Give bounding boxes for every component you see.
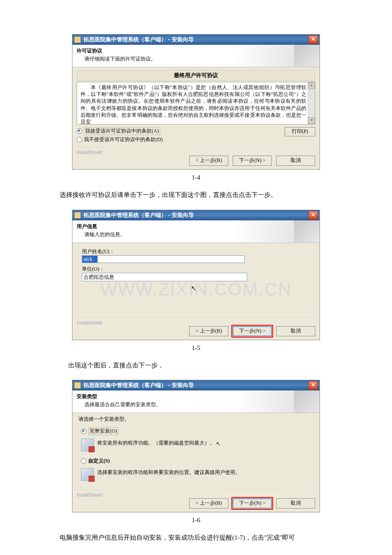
next-button[interactable]: 下一步(N) > [233, 156, 272, 166]
setup-complete-icon [81, 439, 94, 451]
dialog-license: 拓思医院集中管理系统（客户端） - 安装向导 ✕ 许可证协议 请仔细阅读下面的许… [72, 34, 320, 170]
header-title: 许可证协议 [77, 47, 315, 55]
radio-complete[interactable]: 完整安装(O) [81, 427, 314, 435]
radio-accept-label: 我接受该许可证协议中的条款(A) [84, 127, 160, 135]
footer-panel: InstallShield < 上一步(B) 下一步(N) > 取消 [72, 489, 320, 512]
header-graphic [294, 390, 320, 413]
window-title: 拓思医院集中管理系统（客户端） - 安装向导 [84, 211, 308, 219]
titlebar[interactable]: 拓思医院集中管理系统（客户端） - 安装向导 ✕ [72, 210, 320, 220]
cancel-button[interactable]: 取消 [276, 156, 315, 166]
cursor-arrow-icon: ↖ [216, 440, 220, 448]
header-subtitle: 选择最适合自己需要的安装类型。 [77, 401, 315, 408]
complete-label: 完整安装(O) [88, 427, 118, 435]
body-panel: 用户姓名(U)： nick 单位(O)： 合肥拓思信息 ↖ WWW.ZIXIN.… [72, 243, 320, 317]
cursor-arrow-icon: ↖ [191, 284, 196, 292]
app-icon [74, 212, 81, 219]
back-button[interactable]: < 上一步(B) [189, 156, 228, 166]
figure-label-1-5: 1-5 [60, 344, 332, 352]
header-graphic [294, 45, 320, 67]
setup-custom-icon [81, 468, 94, 481]
window-title: 拓思医院集中管理系统（客户端） - 安装向导 [84, 36, 308, 43]
dialog-user-info: 拓思医院集中管理系统（客户端） - 安装向导 ✕ 用户信息 请输入您的信息。 用… [72, 210, 320, 340]
close-icon[interactable]: ✕ [308, 211, 318, 220]
radio-dot-icon [81, 428, 86, 434]
close-icon[interactable]: ✕ [308, 381, 318, 390]
radio-dot-icon [77, 137, 82, 142]
print-button[interactable]: 打印(P) [285, 127, 315, 136]
header-title: 安装类型 [77, 393, 315, 400]
radio-decline[interactable]: 我不接受该许可证协议中的条款(D) [77, 136, 315, 143]
radio-group: 我接受该许可证协议中的条款(A) 我不接受该许可证协议中的条款(D) 打印(P) [77, 127, 315, 143]
paragraph-3: 电脑搜集完用户信息后开始自动安装，安装成功后会进行提醒(1-7)，点击"完成"即… [60, 532, 332, 544]
scroll-down-icon[interactable]: ▾ [308, 117, 315, 124]
close-icon[interactable]: ✕ [308, 35, 318, 44]
custom-label: 自定义(S) [88, 457, 110, 465]
paragraph-1: 选择接收许可协议后请单击下一步，出现下面这个图，直接点击点击下一步。 [60, 189, 332, 201]
app-icon [74, 382, 81, 389]
figure-label-1-6: 1-6 [60, 517, 332, 524]
custom-block: 选择要安装的程序功能和将要安装的位置。建议高级用户使用。 [81, 468, 314, 481]
footer-panel: InstallShield < 上一步(B) 下一步(N) > 取消 [72, 317, 320, 340]
eula-textbox[interactable]: 本《最终用户许可协议》（以下称"本协议"）是您（自然人、法人或其他组织）与拓思管… [77, 82, 315, 124]
app-icon [74, 36, 81, 43]
window-title: 拓思医院集中管理系统（客户端） - 安装向导 [84, 382, 308, 389]
body-panel: 请选择一个安装类型。 完整安装(O) 将安装所有的程序功能。（需要的磁盘空间最大… [72, 413, 320, 489]
header-panel: 安装类型 选择最适合自己需要的安装类型。 [72, 390, 320, 413]
footer-panel: InstallShield < 上一步(B) 下一步(N) > 取消 [72, 147, 320, 169]
username-field[interactable]: nick [82, 255, 245, 263]
next-button[interactable]: 下一步(N) > [233, 498, 272, 509]
installshield-label: InstallShield [77, 150, 315, 155]
header-graphic [294, 220, 320, 243]
radio-accept[interactable]: 我接受该许可证协议中的条款(A) [77, 127, 315, 135]
username-label: 用户姓名(U)： [82, 248, 315, 255]
paragraph-2: 出现这个图后，直接点击下一步， [60, 359, 332, 372]
figure-label-1-4: 1-4 [60, 174, 332, 181]
body-panel: 最终用户许可协议 本《最终用户许可协议》（以下称"本协议"）是您（自然人、法人或… [72, 67, 320, 147]
next-button[interactable]: 下一步(N) > [233, 326, 272, 336]
header-subtitle: 请仔细阅读下面的许可证协议。 [77, 55, 315, 63]
dialog-setup-type: 拓思医院集中管理系统（客户端） - 安装向导 ✕ 安装类型 选择最适合自己需要的… [72, 380, 320, 512]
header-panel: 用户信息 请输入您的信息。 [72, 220, 320, 243]
titlebar[interactable]: 拓思医院集中管理系统（客户端） - 安装向导 ✕ [72, 35, 320, 45]
org-label: 单位(O)： [82, 266, 315, 273]
radio-decline-label: 我不接受该许可证协议中的条款(D) [84, 136, 163, 143]
installshield-label: InstallShield [77, 320, 315, 325]
titlebar[interactable]: 拓思医院集中管理系统（客户端） - 安装向导 ✕ [72, 380, 320, 390]
header-title: 用户信息 [77, 223, 315, 230]
header-subtitle: 请输入您的信息。 [77, 231, 315, 238]
complete-desc: 将安装所有的程序功能。（需要的磁盘空间最大）。 ↖ [97, 439, 220, 447]
back-button[interactable]: < 上一步(B) [189, 326, 228, 336]
cancel-button[interactable]: 取消 [276, 326, 315, 336]
radio-custom[interactable]: 自定义(S) [81, 457, 314, 465]
cancel-button[interactable]: 取消 [276, 498, 315, 509]
radio-dot-icon [81, 458, 86, 464]
radio-dot-icon [77, 128, 82, 134]
eula-body: 本《最终用户许可协议》（以下称"本协议"）是您（自然人、法人或其他组织）与拓思管… [77, 82, 315, 124]
scroll-up-icon[interactable]: ▴ [308, 82, 315, 89]
complete-block: 将安装所有的程序功能。（需要的磁盘空间最大）。 ↖ [81, 439, 314, 451]
back-button[interactable]: < 上一步(B) [189, 498, 228, 509]
org-field[interactable]: 合肥拓思信息 [82, 273, 247, 281]
scrollbar[interactable]: ▴ ▾ [308, 82, 315, 124]
eula-heading: 最终用户许可协议 [77, 70, 315, 81]
custom-desc: 选择要安装的程序功能和将要安装的位置。建议高级用户使用。 [97, 469, 240, 476]
setup-hint: 请选择一个安装类型。 [78, 416, 314, 423]
username-value: nick [82, 256, 98, 263]
header-panel: 许可证协议 请仔细阅读下面的许可证协议。 [72, 45, 320, 67]
installshield-label: InstallShield [77, 492, 315, 497]
org-value: 合肥拓思信息 [84, 274, 114, 280]
